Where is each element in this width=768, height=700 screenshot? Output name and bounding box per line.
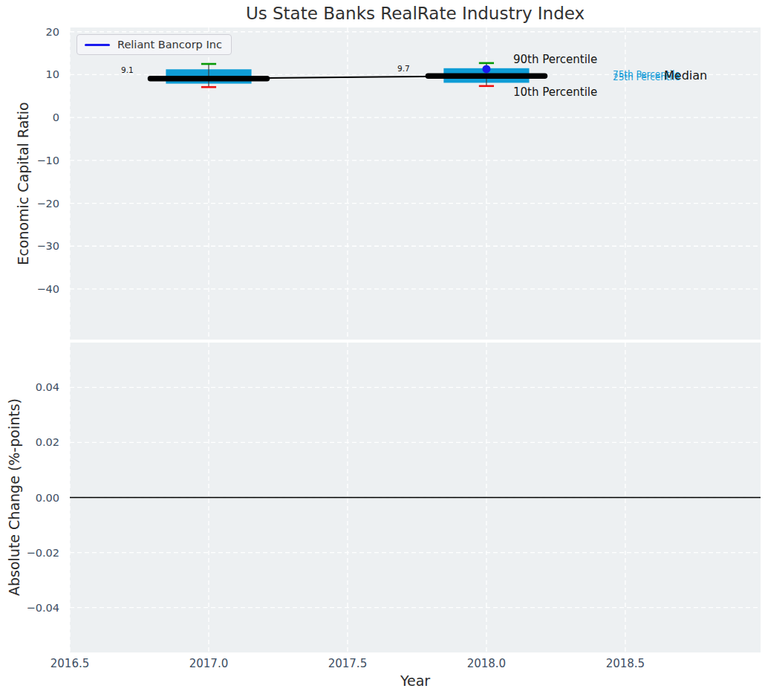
annotation-9-7: 9.7 xyxy=(397,64,410,73)
y-tick-label: −30 xyxy=(36,240,59,252)
x-tick-label: 2018.5 xyxy=(606,657,645,670)
y-tick-label: 0 xyxy=(53,111,59,123)
x-tick-label: 2016.5 xyxy=(51,657,90,670)
y-tick-label: 20 xyxy=(46,26,59,38)
x-tick-label: 2017.0 xyxy=(189,657,229,670)
legend-label: Reliant Bancorp Inc xyxy=(117,39,222,51)
annotation-median: Median xyxy=(664,68,707,82)
y-tick-label: −40 xyxy=(36,283,59,295)
bottom-y-axis-label: Absolute Change (%-points) xyxy=(6,398,22,596)
chart-title: Us State Banks RealRate Industry Index xyxy=(70,4,761,23)
annotation-9-1: 9.1 xyxy=(121,65,134,74)
x-tick-label: 2018.0 xyxy=(467,657,507,670)
x-axis-label: Year xyxy=(70,673,761,689)
company-point xyxy=(482,65,490,73)
annotation-10th-percentile: 10th Percentile xyxy=(513,85,597,99)
legend-line-sample xyxy=(85,44,110,46)
y-tick-label: 10 xyxy=(46,68,59,80)
y-tick-label: −20 xyxy=(36,198,59,210)
y-tick-label: −0.02 xyxy=(27,547,59,559)
legend: Reliant Bancorp Inc xyxy=(77,34,232,55)
y-tick-label: 0.02 xyxy=(36,436,59,448)
figure: 20100−10−20−30−400.040.020.00−0.02−0.049… xyxy=(0,0,768,700)
chart-canvas: 20100−10−20−30−400.040.020.00−0.02−0.049… xyxy=(0,0,768,700)
top-y-axis-label: Economic Capital Ratio xyxy=(15,102,31,265)
y-tick-label: −10 xyxy=(36,155,59,166)
y-tick-label: 0.00 xyxy=(36,492,59,504)
y-tick-label: 0.04 xyxy=(36,381,59,393)
y-tick-label: −0.04 xyxy=(27,602,59,614)
annotation-90th-percentile: 90th Percentile xyxy=(513,53,597,66)
x-tick-label: 2017.5 xyxy=(328,657,368,670)
